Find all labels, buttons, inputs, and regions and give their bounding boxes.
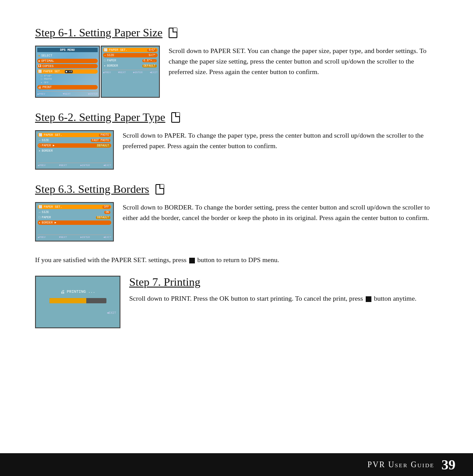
black-square-icon — [189, 258, 195, 263]
step61-screens: DPS MENU ● SELECT ● OPTIMAL 🎞 COPIES ⬜ P… — [35, 46, 160, 98]
screen61-left-title: DPS MENU — [37, 48, 98, 52]
menu-optimal: ● OPTIMAL — [37, 59, 98, 63]
footer-bar: PVR User Guide 39 — [0, 453, 473, 476]
black-square-icon-2 — [366, 296, 371, 302]
step62-section: Step 6-2. Setting Paper Type ⬜ PAPER SET… — [35, 111, 438, 170]
step63-content: ⬜ PAPER SET. OFF → SIZE ON □ PAPER DEFAU… — [35, 202, 438, 242]
doc-icon-62 — [171, 112, 180, 123]
s62-size: → SIZE FAST PHOTO — [38, 138, 111, 142]
screen61-right-footer: ▲PREV▼NEXT►ENTER◄EXIT — [103, 70, 158, 74]
s63-border: ✦ BORDER ► — [38, 220, 111, 225]
screen63: ⬜ PAPER SET. OFF → SIZE ON □ PAPER DEFAU… — [35, 202, 114, 242]
step7-text-block: Step 7. Printing Scroll down to PRINT. P… — [129, 276, 417, 304]
menu-select: ● SELECT — [37, 53, 98, 58]
footer-page-number: 39 — [441, 457, 455, 473]
sr-paperset: ⬜ PAPER SET. 6×5" — [103, 48, 158, 52]
step63-section: Step 6.3. Setting Borders ⬜ PAPER SET. O… — [35, 183, 438, 242]
step61-content: DPS MENU ● SELECT ● OPTIMAL 🎞 COPIES ⬜ P… — [35, 46, 438, 98]
step62-text: Scroll down to PAPER. To change the pape… — [123, 130, 438, 151]
s63-size: → SIZE ON — [38, 210, 111, 214]
progress-bar-fill — [49, 298, 87, 303]
s63-paper: □ PAPER DEFAULT — [38, 215, 111, 220]
page-content: Step 6-1. Setting Paper Size DPS MENU ● … — [0, 0, 473, 328]
s63-paperset: ⬜ PAPER SET. OFF — [38, 205, 111, 209]
progress-bar — [49, 298, 106, 303]
menu-print: 🖨 PRINT — [37, 85, 98, 89]
between-paragraph: If you are satisfied with the PAPER SET.… — [35, 255, 438, 265]
step61-section: Step 6-1. Setting Paper Size DPS MENU ● … — [35, 26, 438, 98]
print-screen: 🖨 PRINTING ... ◄EXIT — [35, 276, 120, 328]
screen61-left: DPS MENU ● SELECT ● OPTIMAL 🎞 COPIES ⬜ P… — [35, 46, 100, 98]
step7-section: 🖨 PRINTING ... ◄EXIT Step 7. Printing Sc… — [35, 276, 438, 328]
printing-label: 🖨 PRINTING ... — [60, 289, 95, 295]
step62-heading: Step 6-2. Setting Paper Type — [35, 111, 438, 124]
s62-paper: □ PAPER ► DEFAULT — [38, 143, 111, 148]
step62-content: ⬜ PAPER SET. PHOTO → SIZE FAST PHOTO □ P… — [35, 130, 438, 170]
step61-text: Scroll down to PAPER SET. You can change… — [169, 46, 438, 77]
step7-text: Scroll down to PRINT. Press the OK butto… — [129, 293, 417, 304]
doc-icon-63 — [155, 184, 164, 195]
step63-heading: Step 6.3. Setting Borders — [35, 183, 438, 196]
step61-heading: Step 6-1. Setting Paper Size — [35, 26, 438, 39]
sr-size: → SIZE 5×7" — [103, 53, 158, 57]
step7-heading: Step 7. Printing — [129, 276, 417, 289]
screen61-left-footer: ▲PREV▼NEXT►ENTER — [37, 91, 98, 96]
sr-paper: □ PAPER 6.6"×.. — [103, 58, 158, 63]
s62-paperset: ⬜ PAPER SET. PHOTO — [38, 133, 111, 137]
printer-icon: 🖨 — [60, 289, 65, 295]
screen62-footer: ▲PREV▼NEXT►ENTER◄EXIT — [38, 163, 111, 167]
screen63-footer: ▲PREV▼NEXT►ENTER◄EXIT — [38, 234, 111, 239]
step63-text: Scroll down to BORDER. To change the bor… — [123, 202, 438, 223]
sr-border: ✦ BORDER DEFAULT — [103, 64, 158, 68]
menu-copies: 🎞 COPIES — [37, 64, 98, 68]
menu-paperset: ⬜ PAPER SET. ■ ×4 — [37, 69, 98, 74]
s62-border: ✦ BORDER — [38, 149, 111, 153]
footer-guide-text: PVR User Guide — [367, 460, 434, 469]
doc-icon-61 — [169, 28, 177, 38]
screen61-right: ⬜ PAPER SET. 6×5" → SIZE 5×7" □ PAPER 6.… — [101, 46, 160, 98]
print-screen-footer: ◄EXIT — [39, 311, 116, 315]
screen62: ⬜ PAPER SET. PHOTO → SIZE FAST PHOTO □ P… — [35, 130, 114, 170]
